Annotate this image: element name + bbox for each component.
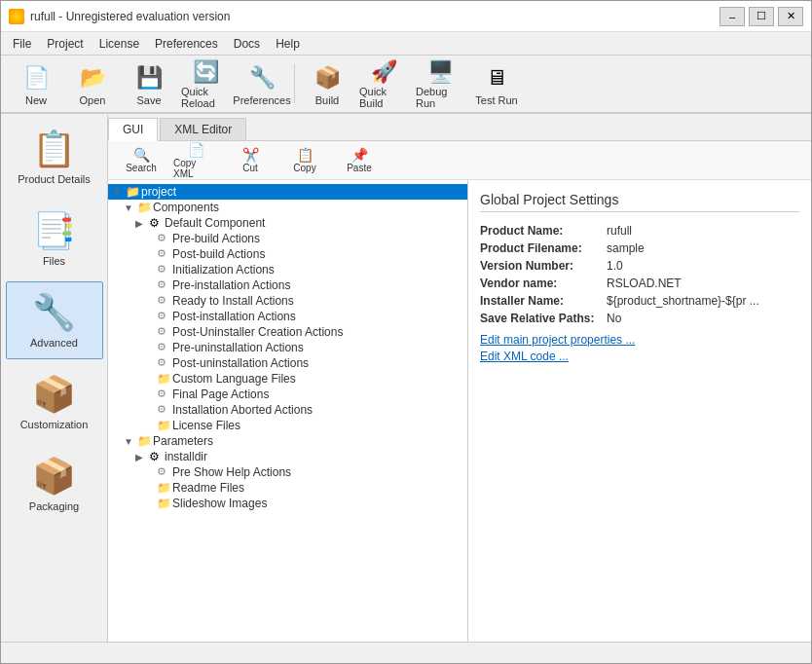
sidebar-item-customization[interactable]: 📦 Customization [6,363,103,441]
quick-reload-button[interactable]: 🔄 Quick Reload [178,58,233,109]
tree-node-post-installation-actions[interactable]: ⚙ Post-installation Actions [108,309,467,324]
tree-label-post-uninstallation-actions: Post-uninstallation Actions [172,356,309,370]
debug-run-label: Debug Run [416,86,464,109]
tree-node-pre-uninstallation-actions[interactable]: ⚙ Pre-uninstallation Actions [108,340,467,355]
tree-node-slideshow-images[interactable]: 📁 Slideshow Images [108,496,467,511]
gear-icon-9: ⚙ [157,356,172,370]
tree-node-final-page-actions[interactable]: ⚙ Final Page Actions [108,387,467,402]
tree-toggle-project[interactable]: ▼ [112,187,126,198]
copy-button[interactable]: 📋 Copy [279,144,330,177]
main-window: rufull - Unregistered evaluation version… [0,0,812,664]
tree-node-initialization-actions[interactable]: ⚙ Initialization Actions [108,262,467,277]
sidebar-item-packaging[interactable]: 📦 Packaging [6,445,103,523]
menu-license[interactable]: License [92,35,147,53]
tree-node-parameters[interactable]: ▼ 📁 Parameters [108,433,467,449]
tree-node-post-uninstaller-creation-actions[interactable]: ⚙ Post-Uninstaller Creation Actions [108,324,467,340]
maximize-button[interactable]: ☐ [749,7,774,26]
tree-node-pre-build-actions[interactable]: ⚙ Pre-build Actions [108,231,467,246]
gear-icon-11: ⚙ [157,403,172,417]
tree-toggle-installdir[interactable]: ▶ [135,452,149,462]
tree-node-pre-installation-actions[interactable]: ⚙ Pre-installation Actions [108,277,467,293]
tree-panel[interactable]: ▼ 📁 project ▼ 📁 Components ▶ [108,180,468,642]
gear-icon-5: ⚙ [157,294,172,308]
quick-build-button[interactable]: 🚀 Quick Build [356,58,411,109]
sidebar-item-files[interactable]: 📑 Files [6,200,103,277]
preferences-button[interactable]: 🔧 Preferences [235,58,289,109]
cut-button[interactable]: ✂️ Cut [225,144,276,177]
prop-label-product-filename: Product Filename: [480,241,607,255]
tree-label-initialization-actions: Initialization Actions [172,263,275,277]
prop-product-filename: Product Filename: sample [480,241,799,255]
tree-label-installation-aborted-actions: Installation Aborted Actions [172,403,313,417]
gear-icon-2: ⚙ [157,247,172,261]
tree-node-installation-aborted-actions[interactable]: ⚙ Installation Aborted Actions [108,402,467,418]
content-split: ▼ 📁 project ▼ 📁 Components ▶ [108,180,811,642]
tree-node-default-component[interactable]: ▶ ⚙ Default Component [108,215,467,231]
sidebar-label-packaging: Packaging [29,500,79,512]
minimize-button[interactable]: – [720,7,745,26]
debug-run-button[interactable]: 🖥️ Debug Run [413,58,467,109]
prop-installer-name: Installer Name: ${product_shortname}-${p… [480,294,799,308]
build-button[interactable]: 📦 Build [300,58,354,109]
tab-xml-editor[interactable]: XML Editor [160,118,246,140]
open-icon: 📂 [77,62,108,93]
tree-label-parameters: Parameters [153,434,213,448]
save-icon: 💾 [133,62,165,93]
tree-node-custom-language-files[interactable]: 📁 Custom Language Files [108,371,467,387]
tree-node-components[interactable]: ▼ 📁 Components [108,200,467,215]
edit-xml-code-link[interactable]: Edit XML code ... [480,350,799,363]
components-folder-icon: 📁 [137,201,153,214]
gear-icon: ⚙ [157,232,172,245]
sidebar: 📋 Product Details 📑 Files 🔧 Advanced 📦 C… [1,114,108,642]
tree-toggle-parameters[interactable]: ▼ [124,436,137,447]
copy-xml-label: Copy XML [173,158,218,179]
tree-node-post-build-actions[interactable]: ⚙ Post-build Actions [108,246,467,262]
tree-toggle-default-component[interactable]: ▶ [135,218,149,229]
test-run-label: Test Run [475,94,517,106]
tree-label-installdir: installdir [165,450,207,463]
tree-label-ready-to-install-actions: Ready to Install Actions [172,294,294,308]
quick-reload-label: Quick Reload [181,86,230,109]
save-button[interactable]: 💾 Save [122,58,176,109]
tree-toggle-components[interactable]: ▼ [124,203,137,213]
menu-help[interactable]: Help [268,35,308,53]
menu-file[interactable]: File [5,35,39,53]
edit-main-project-link[interactable]: Edit main project properties ... [480,333,799,347]
gear-icon-7: ⚙ [157,325,172,339]
copy-xml-icon: 📄 [188,142,204,158]
copy-xml-button[interactable]: 📄 Copy XML [170,144,221,177]
menu-preferences[interactable]: Preferences [147,35,226,53]
tree-label-pre-uninstallation-actions: Pre-uninstallation Actions [172,341,304,354]
preferences-icon: 🔧 [246,62,277,93]
tree-node-license-files[interactable]: 📁 License Files [108,418,467,433]
tree-node-post-uninstallation-actions[interactable]: ⚙ Post-uninstallation Actions [108,355,467,371]
tab-gui[interactable]: GUI [108,118,158,141]
new-button[interactable]: 📄 New [9,58,63,109]
tree-label-license-files: License Files [172,419,240,432]
tree-node-installdir[interactable]: ▶ ⚙ installdir [108,449,467,464]
tree-node-pre-show-help-actions[interactable]: ⚙ Pre Show Help Actions [108,464,467,480]
open-button[interactable]: 📂 Open [65,58,120,109]
window-title: rufull - Unregistered evaluation version [30,10,230,23]
search-button[interactable]: 🔍 Search [116,144,166,177]
prop-value-version-number: 1.0 [607,259,623,273]
tree-node-readme-files[interactable]: 📁 Readme Files [108,480,467,496]
tree-label-pre-installation-actions: Pre-installation Actions [172,278,290,292]
menu-docs[interactable]: Docs [226,35,268,53]
sidebar-item-product-details[interactable]: 📋 Product Details [6,118,103,196]
test-run-button[interactable]: 🖥 Test Run [469,58,524,109]
parameters-folder-icon: 📁 [137,434,153,448]
sidebar-item-advanced[interactable]: 🔧 Advanced [6,281,103,359]
properties-panel: Global Project Settings Product Name: ru… [468,180,811,642]
main-toolbar: 📄 New 📂 Open 💾 Save 🔄 Quick Reload 🔧 Pre… [1,55,811,114]
tree-node-project[interactable]: ▼ 📁 project [108,184,467,200]
preferences-label: Preferences [233,94,290,106]
main-content: 📋 Product Details 📑 Files 🔧 Advanced 📦 C… [1,114,811,642]
prop-label-product-name: Product Name: [480,224,607,238]
properties-title: Global Project Settings [480,192,799,212]
paste-button[interactable]: 📌 Paste [334,144,385,177]
menu-project[interactable]: Project [39,35,91,53]
gear-icon-4: ⚙ [157,278,172,292]
close-button[interactable]: ✕ [778,7,803,26]
tree-node-ready-to-install-actions[interactable]: ⚙ Ready to Install Actions [108,293,467,309]
